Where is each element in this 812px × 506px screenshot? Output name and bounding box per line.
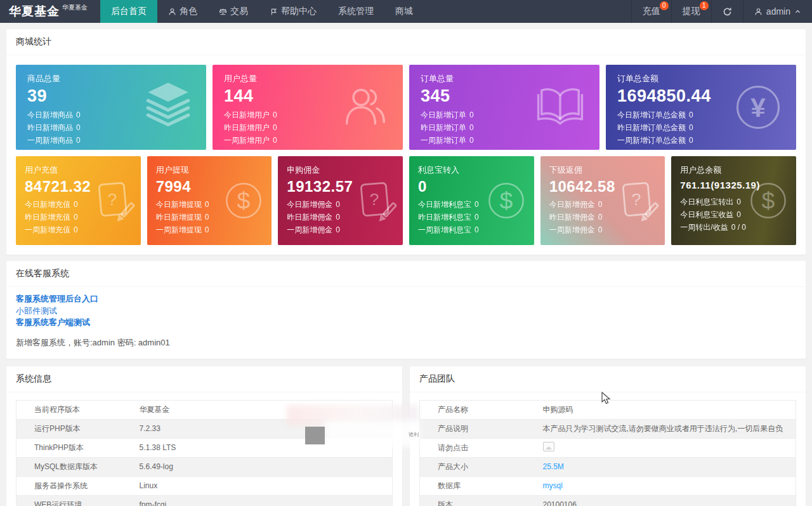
stats-row-1: 商品总量 39 今日新增商品0 昨日新增商品0 一周新增商品0 用户总量 144: [16, 65, 796, 150]
product-size-link[interactable]: 25.5M: [543, 462, 564, 471]
stat-line-value: 0: [76, 136, 81, 145]
row-label: ThinkPHP版本: [16, 438, 132, 457]
online-service-panel: 在线客服系统 客服系统管理后台入口 小部件测试 客服系统客户端测试 新增客服系统…: [6, 261, 806, 359]
stat-line-value: 0: [273, 110, 277, 119]
user-dropdown[interactable]: admin: [743, 0, 812, 23]
stat-line-label: 一周新增用户: [224, 136, 270, 145]
row-label: 产品名称: [420, 400, 535, 419]
stat-line-value: 0: [76, 110, 81, 119]
menu-item-mall[interactable]: 商城: [384, 0, 424, 23]
stat-line-label: 昨日新增用户: [224, 123, 270, 132]
stat-line-value: 0: [336, 200, 340, 209]
stat-title: 利息宝转入: [418, 164, 525, 176]
row-value: 5.6.49-log: [132, 457, 393, 476]
stat-line: 一周新增充值0: [25, 223, 132, 236]
stat-line-label: 昨日新增佣金: [287, 213, 332, 222]
row-label: 产品大小: [420, 457, 535, 476]
stat-title: 申购佣金: [287, 164, 394, 176]
row-label: 当前程序版本: [16, 400, 132, 419]
stat-card-user-withdraw: 用户提现 7994 今日新增提现0 昨日新增提现0 一周新增提现0 $: [147, 156, 272, 245]
stat-card-subscribe-commission: 申购佣金 19132.57 今日新增佣金0 昨日新增佣金0 一周新增佣金0 ?: [278, 156, 403, 245]
menu-item-roles[interactable]: 角色: [157, 0, 208, 23]
row-value: [535, 438, 796, 457]
stat-title: 下级返佣: [549, 164, 657, 176]
stat-line-value: 0: [469, 110, 474, 119]
stat-line-label: 昨日新增订单: [421, 123, 466, 132]
stat-card-interest-in: 利息宝转入 0 今日新增利息宝0 昨日新增利息宝0 一周新增利息宝0 $: [409, 156, 534, 245]
logo-text: 华夏基金: [9, 3, 60, 20]
stat-line-value: 0: [205, 200, 209, 209]
row-value: 本产品只为学习测试交流,请勿要做商业或者用于违法行为,一切后果自负: [535, 419, 796, 438]
stat-line-value: 0: [737, 197, 741, 206]
refresh-button[interactable]: [711, 0, 743, 23]
doc-question-icon: ?: [615, 178, 660, 223]
service-client-test-link[interactable]: 客服系统客户端测试: [16, 317, 796, 329]
stat-line-label: 昨日新增利息宝: [418, 213, 471, 222]
stat-card-users-total: 用户总量 144 今日新增用户0 昨日新增用户0 一周新增用户0: [213, 65, 403, 150]
menu-item-label: 商城: [395, 6, 413, 17]
app-logo[interactable]: 华夏基金 华夏基金: [0, 0, 100, 23]
row-value: 20100106: [535, 495, 796, 506]
stat-card-orders-total: 订单总量 345 今日新增订单0 昨日新增订单0 一周新增订单0: [409, 65, 599, 150]
menu-item-system[interactable]: 系统管理: [327, 0, 384, 23]
top-navbar: 华夏基金 华夏基金 后台首页 角色 交易 帮助中心 系统管理 商城 充值 0: [0, 0, 812, 23]
stat-line-label: 今日利息宝收益: [680, 210, 733, 219]
stat-line-value: 0: [689, 110, 693, 119]
stat-line-value: 0: [74, 225, 78, 234]
stat-line-label: 今日新增利息宝: [418, 200, 471, 209]
system-info-table: 当前程序版本华夏基金 运行PHP版本7.2.33 ThinkPHP版本5.1.3…: [16, 400, 393, 506]
withdraw-button[interactable]: 提现 1: [671, 0, 711, 23]
system-info-panel: 系统信息 当前程序版本华夏基金 运行PHP版本7.2.33 ThinkPHP版本…: [6, 366, 402, 506]
row-label: MySQL数据库版本: [16, 457, 132, 476]
row-value: mysql: [535, 476, 796, 495]
chevron-up-icon: [794, 8, 801, 15]
username: admin: [766, 6, 790, 17]
stat-line-value: 0 / 0: [731, 223, 746, 232]
stat-line-value: 0: [205, 213, 209, 222]
service-account-note: 新增客服系统，账号:admin 密码: admin01: [16, 337, 796, 349]
stat-line-label: 一周转出/收益: [680, 223, 728, 232]
menu-item-label: 帮助中心: [281, 6, 317, 17]
recharge-button[interactable]: 充值 0: [631, 0, 671, 23]
user-icon: [754, 8, 763, 16]
stat-line-label: 昨日新增提现: [156, 213, 202, 222]
service-admin-entry-link[interactable]: 客服系统管理后台入口: [16, 293, 796, 305]
stat-line-value: 0: [336, 225, 340, 234]
widget-test-link[interactable]: 小部件测试: [16, 305, 796, 317]
dollar-circle-icon: $: [221, 178, 266, 223]
refresh-icon: [723, 7, 732, 17]
stat-line-value: 0: [74, 213, 78, 222]
stat-line-label: 今日新增商品: [27, 110, 73, 119]
logo-sup-text: 华夏基金: [62, 3, 88, 12]
stat-line-value: 0: [469, 136, 474, 145]
stat-line-label: 昨日新增订单总金额: [617, 123, 686, 132]
row-label: 运行PHP版本: [16, 419, 132, 438]
stat-line-value: 0: [475, 225, 479, 234]
book-icon: [531, 80, 589, 135]
menu-item-dashboard[interactable]: 后台首页: [100, 0, 157, 23]
row-label: 数据库: [420, 476, 535, 495]
table-row: 服务器操作系统Linux: [16, 476, 393, 495]
menu-item-help-center[interactable]: 帮助中心: [259, 0, 327, 23]
table-row: 当前程序版本华夏基金: [16, 400, 393, 419]
database-link[interactable]: mysql: [543, 481, 563, 490]
user-icon: [168, 8, 176, 16]
stat-card-user-balance: 用户总余额 761.11(91325.19) 今日利息宝转出0 今日利息宝收益0…: [671, 156, 796, 245]
mall-stats-title: 商城统计: [6, 29, 806, 55]
broken-image-icon[interactable]: [543, 442, 554, 451]
online-service-title: 在线客服系统: [6, 261, 806, 287]
stat-line-label: 一周新增佣金: [287, 225, 332, 234]
svg-text:¥: ¥: [750, 93, 766, 123]
svg-text:?: ?: [107, 190, 117, 209]
dollar-circle-icon: $: [745, 178, 791, 223]
yen-circle-icon: ¥: [730, 79, 786, 135]
stat-line-label: 今日新增用户: [224, 110, 270, 119]
menu-item-trade[interactable]: 交易: [208, 0, 259, 23]
stat-line-label: 一周新增佣金: [549, 225, 595, 234]
scales-icon: [219, 8, 227, 16]
stat-line: 一周新增佣金0: [549, 223, 657, 236]
row-value: 申购源码: [535, 400, 796, 419]
stat-line-value: 0: [273, 136, 277, 145]
recharge-label: 充值: [643, 6, 660, 17]
stat-line-value: 0: [273, 123, 277, 132]
